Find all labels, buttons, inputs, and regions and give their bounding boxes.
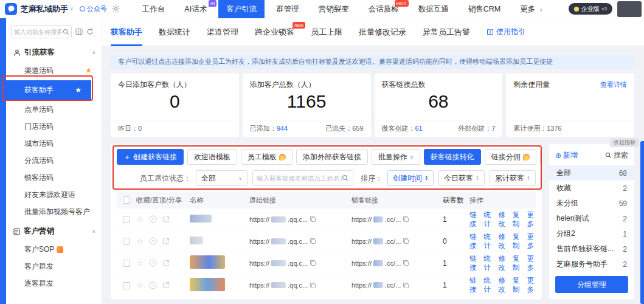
nav-more[interactable]: 更多 ∨ bbox=[512, 0, 550, 18]
tab-cross-enterprise-lock[interactable]: 跨企业锁客new bbox=[255, 18, 294, 46]
action-link[interactable]: 链接 bbox=[469, 276, 479, 294]
sort-today-acquired[interactable]: 今日获客▲▼ bbox=[438, 170, 485, 186]
action-copy[interactable]: 复制 bbox=[513, 276, 522, 294]
row-checkbox[interactable] bbox=[123, 216, 130, 223]
share-icon[interactable] bbox=[162, 282, 170, 289]
favorite-star-icon[interactable]: ★ bbox=[75, 80, 81, 100]
group-item-group2[interactable]: 分组21 bbox=[549, 226, 634, 241]
sidebar-search-input[interactable] bbox=[14, 29, 61, 35]
sidebar-item-acquisition-assistant[interactable]: 获客助手★ bbox=[6, 80, 91, 100]
favorite-star-icon[interactable]: ★ bbox=[85, 62, 92, 79]
sidebar-section-marketing[interactable]: 客户营销 ∧ bbox=[6, 220, 102, 241]
sidebar-item-lock-qr[interactable]: 锁客活码 bbox=[6, 169, 102, 186]
nav-sales-crm[interactable]: 销售CRM bbox=[460, 0, 508, 18]
external-created-link[interactable]: 7 bbox=[491, 125, 495, 132]
row-checkbox[interactable] bbox=[123, 260, 130, 267]
action-more[interactable]: 更多 bbox=[527, 276, 536, 294]
group-item-service-assistant[interactable]: 芝麻服务号助手2 bbox=[549, 257, 634, 272]
group-item-all[interactable]: 全部68 bbox=[549, 165, 634, 181]
added-count-link[interactable]: 944 bbox=[277, 125, 288, 132]
share-metric-button[interactable]: 分享指标 bbox=[540, 149, 542, 165]
pin-top-icon[interactable] bbox=[149, 282, 157, 289]
share-icon[interactable] bbox=[162, 238, 170, 245]
collapse-metrics-tag[interactable]: 收起指标 bbox=[610, 138, 639, 147]
tab-batch-modify-records[interactable]: 批量修改记录 bbox=[359, 18, 406, 46]
group-item-presale[interactable]: 售前单独获客链...2 bbox=[549, 241, 634, 257]
staff-template-button[interactable]: 员工模板 bbox=[241, 149, 293, 165]
copy-icon[interactable] bbox=[403, 216, 409, 223]
nav-group-management[interactable]: 群管理 bbox=[268, 0, 307, 18]
sidebar-item-customer-broadcast[interactable]: 客户群发 bbox=[6, 258, 102, 275]
action-copy[interactable]: 复制 bbox=[513, 210, 522, 229]
action-link[interactable]: 链接 bbox=[469, 232, 479, 250]
link-search-input[interactable] bbox=[257, 174, 342, 182]
sort-total-acquired[interactable]: 累计获客▲▼ bbox=[490, 170, 536, 186]
favorite-star-icon[interactable]: ☆ bbox=[136, 258, 144, 268]
enterprise-version-badge[interactable]: 企业版 v3 bbox=[569, 3, 612, 15]
pin-top-icon[interactable] bbox=[149, 215, 157, 223]
search-icon[interactable] bbox=[63, 29, 69, 35]
group-item-helen-test[interactable]: helen测试2 bbox=[549, 211, 634, 226]
create-link-button[interactable]: ＋创建获客链接 bbox=[117, 149, 184, 165]
copy-icon[interactable] bbox=[310, 282, 316, 289]
link-commission-button[interactable]: 链接分佣 bbox=[485, 149, 536, 165]
chevron-up-icon[interactable]: ∧ bbox=[92, 229, 95, 234]
copy-icon[interactable] bbox=[403, 260, 409, 266]
select-all-checkbox[interactable] bbox=[123, 196, 130, 204]
favorite-star-icon[interactable]: ☆ bbox=[136, 215, 144, 224]
action-more[interactable]: 更多 bbox=[527, 210, 536, 229]
tab-staff-limit[interactable]: 员工上限 bbox=[311, 18, 342, 46]
nav-data-interchange[interactable]: 数据互通 bbox=[410, 0, 457, 18]
tab-channel-management[interactable]: 渠道管理 bbox=[207, 18, 238, 46]
action-stats[interactable]: 统计 bbox=[484, 210, 493, 229]
sort-create-time[interactable]: 创建时间▲▼ bbox=[387, 170, 434, 186]
pin-top-icon[interactable] bbox=[149, 237, 157, 245]
sidebar-item-store-qr[interactable]: 门店活码 bbox=[6, 118, 102, 135]
tab-acquisition-assistant[interactable]: 获客助手 bbox=[111, 18, 142, 46]
share-icon[interactable] bbox=[162, 216, 170, 223]
copy-icon[interactable] bbox=[310, 238, 316, 244]
action-edit[interactable]: 修改 bbox=[498, 254, 507, 272]
usage-guide-link[interactable]: 使用指引 bbox=[486, 27, 525, 37]
group-item-favorites[interactable]: 收藏2 bbox=[549, 181, 634, 196]
app-title-caret-icon[interactable]: ∨ bbox=[70, 6, 74, 12]
sidebar-item-order-qr[interactable]: 点单活码 bbox=[6, 101, 102, 118]
search-icon[interactable] bbox=[342, 174, 349, 182]
copy-icon[interactable] bbox=[310, 216, 316, 223]
add-external-link-button[interactable]: 添加外部获客链接 bbox=[296, 149, 368, 165]
copy-icon[interactable] bbox=[403, 282, 409, 289]
share-icon[interactable] bbox=[162, 260, 170, 267]
action-link[interactable]: 链接 bbox=[469, 210, 479, 229]
batch-actions-button[interactable]: 批量操作∨ bbox=[372, 149, 420, 165]
group-manage-button[interactable]: 分组管理 bbox=[555, 276, 628, 293]
link-conversion-button[interactable]: 获客链接转化 bbox=[424, 149, 481, 165]
favorite-star-icon[interactable]: ☆ bbox=[136, 281, 144, 290]
action-stats[interactable]: 统计 bbox=[484, 232, 493, 250]
sidebar-section-acquisition[interactable]: 引流获客 ∧ bbox=[6, 41, 102, 62]
sidebar-item-split-qr[interactable]: 分流活码 bbox=[6, 152, 102, 169]
avatar[interactable] bbox=[617, 1, 642, 17]
action-edit[interactable]: 修改 bbox=[498, 232, 507, 250]
sidebar-item-batch-video-customers[interactable]: 批量添加视频号客户 bbox=[6, 203, 102, 220]
nav-chat-inspection[interactable]: 会话质检HOT bbox=[361, 0, 407, 18]
sidebar-item-city-qr[interactable]: 城市活码 bbox=[6, 135, 102, 152]
action-stats[interactable]: 统计 bbox=[484, 276, 493, 294]
action-more[interactable]: 更多 bbox=[527, 232, 536, 250]
action-link[interactable]: 链接 bbox=[469, 254, 479, 272]
weike-created-link[interactable]: 61 bbox=[415, 125, 423, 132]
group-item-ungrouped[interactable]: 未分组59 bbox=[549, 196, 634, 211]
view-details-link[interactable]: 查看详情 bbox=[600, 80, 627, 89]
copy-icon[interactable] bbox=[310, 260, 316, 266]
sidebar-item-per-customer-broadcast[interactable]: 逐客群发 bbox=[6, 275, 102, 292]
tab-abnormal-staff-alert[interactable]: 异常员工告警 bbox=[423, 18, 470, 46]
gear-icon[interactable] bbox=[112, 5, 120, 13]
action-edit[interactable]: 修改 bbox=[498, 276, 507, 294]
welcome-template-button[interactable]: 欢迎语模板 bbox=[187, 149, 237, 165]
sidebar-item-customer-sop[interactable]: 客户SOP bbox=[6, 241, 102, 258]
action-copy[interactable]: 复制 bbox=[513, 232, 522, 250]
add-group-button[interactable]: ⊕新增 bbox=[555, 150, 578, 161]
action-edit[interactable]: 修改 bbox=[498, 210, 507, 229]
nav-ai-script[interactable]: AI话术AI bbox=[176, 0, 215, 18]
chevron-up-icon[interactable]: ∧ bbox=[92, 50, 95, 55]
refresh-icon[interactable] bbox=[86, 28, 94, 35]
